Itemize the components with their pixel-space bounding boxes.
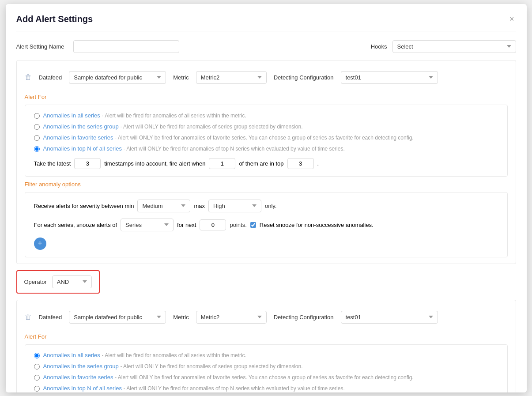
hooks-group: Hooks Select bbox=[371, 40, 516, 53]
section2-radio-row-4: Anomalies in top N of all series - Alert… bbox=[34, 385, 498, 392]
section2-radio-favorite-series-desc: - Alert will ONLY be fired for anomalies… bbox=[115, 374, 414, 381]
section1-max-label: max bbox=[194, 203, 205, 209]
section2-radio-series-group[interactable] bbox=[34, 364, 40, 370]
section1-radio-top-n-desc: - Alert will ONLY be fired for anomalies… bbox=[124, 146, 345, 152]
section1-datafeed-row: 🗑 Datafeed Sample datafeed for public Me… bbox=[25, 67, 508, 88]
section1-fire-when-input[interactable] bbox=[209, 158, 235, 169]
section2-radio-series-group-desc: - Alert will ONLY be fired for anomalies… bbox=[120, 363, 302, 370]
section1-add-button[interactable]: + bbox=[34, 238, 46, 250]
section1-only-text: only. bbox=[265, 203, 277, 209]
section1-filter-section: Receive alerts for severity between min … bbox=[25, 192, 508, 257]
section1-radio-row-2: Anomalies in the series group - Alert wi… bbox=[34, 123, 498, 130]
hooks-label: Hooks bbox=[371, 43, 387, 50]
modal-header: Add Alert Settings × bbox=[16, 13, 516, 31]
section1-reset-checkbox[interactable] bbox=[250, 222, 256, 228]
section1-radio-row-3: Anomalies in favorite series - Alert wil… bbox=[34, 134, 498, 141]
section1-top-prefix: of them are in top bbox=[239, 160, 283, 167]
section2-metric-select[interactable]: Metric2 bbox=[196, 311, 267, 324]
section1-metric-label: Metric bbox=[173, 74, 189, 81]
top-fields-row: Alert Setting Name Hooks Select bbox=[16, 40, 516, 53]
section1-radio-all-series-desc: - Alert will be fired for anomalies of a… bbox=[102, 113, 246, 119]
section1-snooze-prefix: For each series, snooze alerts of bbox=[34, 222, 117, 228]
section1-timestamps-mid: timestamps into account, fire alert when bbox=[104, 160, 205, 167]
section1-reset-text: Reset snooze for non-successive anomalie… bbox=[260, 222, 374, 228]
section2-detecting-config-select[interactable]: test01 bbox=[341, 311, 438, 324]
close-button[interactable]: × bbox=[508, 13, 516, 26]
section1-alert-for-section: Anomalies in all series - Alert will be … bbox=[25, 105, 508, 177]
section2-trash-icon[interactable]: 🗑 bbox=[25, 313, 32, 321]
section2-metric-label: Metric bbox=[173, 314, 189, 321]
add-alert-settings-modal: Add Alert Settings × Alert Setting Name … bbox=[6, 4, 527, 392]
section1-radio-top-n[interactable] bbox=[34, 146, 40, 152]
section1-filter-label: Filter anomaly options bbox=[25, 181, 508, 188]
section2-radio-all-series-desc: - Alert will be fired for anomalies of a… bbox=[102, 352, 246, 358]
section2-datafeed-select[interactable]: Sample datafeed for public bbox=[69, 311, 166, 324]
section2-radio-row-1: Anomalies in all series - Alert will be … bbox=[34, 352, 498, 358]
section1-snooze-points-input[interactable] bbox=[200, 219, 226, 230]
section1-detecting-config-select[interactable]: test01 bbox=[341, 71, 438, 84]
section2-detecting-config-label: Detecting Configuration bbox=[274, 314, 334, 321]
section2-radio-series-group-label: Anomalies in the series group bbox=[43, 363, 119, 370]
section1-datafeed-label: Datafeed bbox=[39, 74, 62, 81]
alert-setting-name-label: Alert Setting Name bbox=[16, 43, 64, 50]
section1-radio-row-1: Anomalies in all series - Alert will be … bbox=[34, 112, 498, 119]
section1-trash-icon[interactable]: 🗑 bbox=[25, 73, 32, 81]
modal-title: Add Alert Settings bbox=[16, 14, 93, 24]
section2-radio-all-series-label: Anomalies in all series bbox=[43, 352, 100, 358]
section2-radio-row-2: Anomalies in the series group - Alert wi… bbox=[34, 363, 498, 370]
section1-min-select[interactable]: Medium bbox=[137, 200, 190, 212]
section1-dot: . bbox=[317, 160, 319, 167]
section1-top-n-input[interactable] bbox=[287, 158, 314, 169]
operator-label: Operator bbox=[24, 279, 47, 285]
section1-radio-favorite-series-desc: - Alert will ONLY be fired for anomalies… bbox=[115, 135, 414, 141]
section1-datafeed-select[interactable]: Sample datafeed for public bbox=[69, 71, 166, 84]
alert-setting-name-input[interactable] bbox=[73, 40, 179, 53]
hooks-select[interactable]: Select bbox=[392, 40, 516, 53]
section1-timestamps-prefix: Take the latest bbox=[34, 160, 71, 167]
section2-alert-for-section: Anomalies in all series - Alert will be … bbox=[25, 344, 508, 392]
section1-metric-select[interactable]: Metric2 bbox=[196, 71, 267, 84]
section1-radio-all-series[interactable] bbox=[34, 113, 40, 119]
section2-card: 🗑 Datafeed Sample datafeed for public Me… bbox=[16, 300, 516, 392]
section1-max-select[interactable]: High bbox=[208, 200, 261, 212]
section1-radio-series-group[interactable] bbox=[34, 124, 40, 130]
section1-radio-all-series-label: Anomalies in all series bbox=[43, 112, 100, 119]
section1-timestamps-input[interactable] bbox=[74, 158, 101, 169]
section1-detecting-config-label: Detecting Configuration bbox=[274, 74, 334, 81]
operator-container: Operator AND OR bbox=[16, 270, 516, 294]
section1-radio-favorite-series[interactable] bbox=[34, 135, 40, 141]
section1-radio-favorite-series-label: Anomalies in favorite series bbox=[43, 134, 113, 141]
operator-section: Operator AND OR bbox=[16, 270, 100, 294]
section2-radio-all-series[interactable] bbox=[34, 353, 40, 358]
section1-points-text: points. bbox=[230, 222, 246, 228]
section1-for-next: for next bbox=[177, 222, 196, 228]
operator-select[interactable]: AND OR bbox=[52, 275, 92, 288]
section1-snooze-row: For each series, snooze alerts of Series… bbox=[34, 219, 498, 231]
section2-radio-favorite-series[interactable] bbox=[34, 375, 40, 381]
section2-radio-top-n-desc: - Alert will ONLY be fired for anomalies… bbox=[124, 385, 345, 392]
section1-timestamps-row: Take the latest timestamps into account,… bbox=[34, 158, 498, 169]
section2-radio-top-n[interactable] bbox=[34, 386, 40, 392]
section2-radio-top-n-label: Anomalies in top N of all series bbox=[43, 385, 122, 392]
section1-filter-prefix: Receive alerts for severity between min bbox=[34, 203, 134, 209]
section1-radio-top-n-label: Anomalies in top N of all series bbox=[43, 145, 122, 152]
section1-filter-row: Receive alerts for severity between min … bbox=[34, 200, 498, 212]
section2-alert-for-label: Alert For bbox=[25, 333, 508, 340]
section1-alert-for-label: Alert For bbox=[25, 94, 508, 100]
section2-radio-row-3: Anomalies in favorite series - Alert wil… bbox=[34, 374, 498, 381]
section1-radio-row-4: Anomalies in top N of all series - Alert… bbox=[34, 145, 498, 152]
section1-radio-series-group-desc: - Alert will ONLY be fired for anomalies… bbox=[120, 124, 302, 130]
section2-datafeed-row: 🗑 Datafeed Sample datafeed for public Me… bbox=[25, 306, 508, 328]
section2-radio-favorite-series-label: Anomalies in favorite series bbox=[43, 374, 113, 381]
section1-card: 🗑 Datafeed Sample datafeed for public Me… bbox=[16, 60, 516, 264]
section1-snooze-select[interactable]: Series bbox=[121, 219, 174, 231]
section1-radio-group: Anomalies in all series - Alert will be … bbox=[34, 112, 498, 152]
section2-datafeed-label: Datafeed bbox=[39, 314, 62, 321]
section2-radio-group: Anomalies in all series - Alert will be … bbox=[34, 352, 498, 392]
section1-radio-series-group-label: Anomalies in the series group bbox=[43, 123, 119, 130]
